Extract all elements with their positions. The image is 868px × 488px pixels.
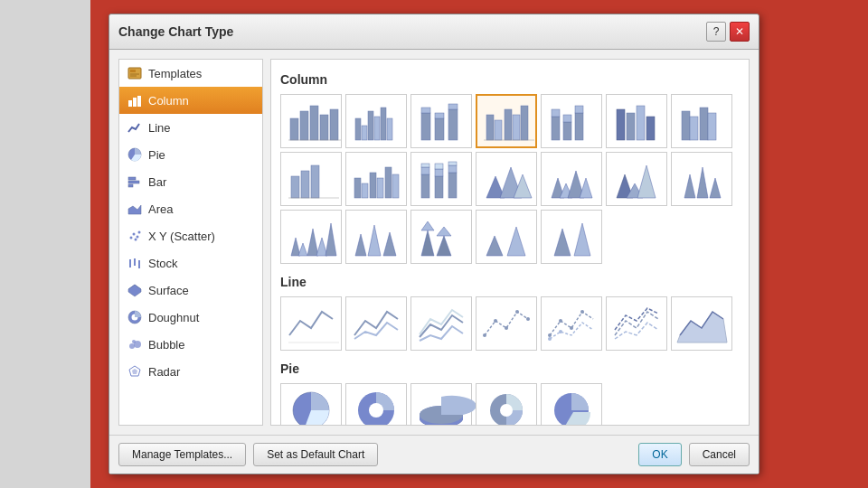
svg-rect-60 [552, 109, 560, 117]
sidebar-item-surface[interactable]: Surface [119, 277, 262, 304]
chart-thumb-line5[interactable] [541, 296, 602, 351]
chart-thumb-pie3[interactable] [410, 383, 472, 426]
chart-thumb-col14[interactable] [671, 152, 732, 206]
xy-icon [127, 228, 143, 244]
chart-thumb-pie4[interactable] [476, 383, 537, 426]
svg-rect-81 [385, 167, 392, 198]
doughnut-icon [127, 309, 143, 325]
line-icon [127, 119, 143, 136]
sidebar-item-xy[interactable]: X Y (Scatter) [119, 222, 262, 249]
svg-marker-27 [128, 285, 141, 296]
chart-thumb-col13[interactable] [606, 152, 667, 206]
svg-marker-106 [298, 243, 307, 256]
stock-icon [127, 255, 143, 271]
chart-thumb-col3[interactable] [410, 94, 472, 148]
chart-thumb-col12[interactable] [541, 152, 602, 206]
pie-chart-grid [280, 383, 740, 426]
svg-rect-53 [486, 115, 494, 140]
chart-thumb-col16[interactable] [345, 210, 407, 264]
chart-thumb-line2[interactable] [345, 296, 407, 351]
sidebar-item-pie[interactable]: Pie [119, 141, 262, 168]
sidebar-label-pie: Pie [148, 148, 165, 162]
svg-marker-102 [684, 174, 695, 198]
svg-point-132 [559, 330, 562, 333]
svg-point-131 [548, 337, 552, 341]
svg-marker-114 [421, 221, 434, 230]
cancel-button[interactable]: Cancel [689, 443, 750, 466]
svg-point-12 [130, 237, 133, 239]
chart-thumb-col19[interactable] [541, 210, 602, 264]
svg-marker-120 [574, 223, 590, 256]
chart-thumb-pie1[interactable] [280, 383, 342, 426]
title-bar: Change Chart Type ? ✕ [109, 14, 759, 50]
dialog-body: Templates Column [109, 50, 759, 435]
chart-thumb-col2[interactable] [345, 94, 407, 148]
chart-thumb-line7[interactable] [671, 296, 732, 351]
svg-rect-64 [575, 106, 583, 113]
svg-point-128 [559, 319, 562, 323]
svg-rect-8 [128, 177, 136, 180]
svg-point-124 [505, 326, 508, 330]
chart-thumb-col9[interactable] [345, 152, 407, 206]
sidebar-item-bar[interactable]: Bar [119, 168, 262, 195]
chart-thumb-col8[interactable] [280, 152, 342, 206]
chart-thumb-col11[interactable] [476, 152, 537, 206]
close-button[interactable]: ✕ [730, 22, 750, 42]
chart-thumb-col5[interactable] [541, 94, 602, 148]
svg-rect-56 [513, 115, 520, 140]
chart-thumb-col4[interactable] [476, 94, 537, 148]
chart-thumb-col18[interactable] [476, 210, 537, 264]
pie-icon [127, 146, 143, 163]
chart-thumb-line1[interactable] [280, 296, 342, 351]
svg-rect-69 [682, 111, 690, 140]
dialog: Change Chart Type ? ✕ Templates [108, 14, 760, 474]
chart-thumb-col10[interactable] [410, 152, 472, 206]
chart-thumb-pie5[interactable] [541, 383, 602, 426]
sidebar-item-column[interactable]: Column [119, 87, 262, 114]
svg-rect-38 [320, 115, 328, 140]
sidebar-item-radar[interactable]: Radar [119, 358, 262, 385]
svg-point-14 [137, 236, 139, 239]
sidebar-label-xy: X Y (Scatter) [148, 230, 215, 243]
svg-rect-85 [421, 164, 429, 167]
chart-thumb-col15[interactable] [280, 210, 342, 264]
svg-marker-119 [554, 229, 571, 256]
chart-thumb-col6[interactable] [606, 94, 667, 148]
sidebar-item-doughnut[interactable]: Doughnut [119, 304, 262, 331]
svg-point-126 [526, 317, 530, 321]
svg-rect-66 [627, 113, 635, 140]
help-button[interactable]: ? [706, 22, 726, 42]
sidebar-label-stock: Stock [148, 257, 178, 270]
svg-rect-50 [435, 113, 444, 118]
svg-rect-91 [448, 162, 457, 165]
chart-thumb-pie2[interactable] [345, 383, 407, 426]
sidebar-item-bubble[interactable]: Bubble [119, 331, 262, 358]
svg-rect-9 [128, 181, 139, 183]
sidebar-label-line: Line [148, 121, 171, 135]
sidebar-item-templates[interactable]: Templates [119, 60, 262, 87]
sidebar-item-line[interactable]: Line [119, 114, 262, 141]
manage-templates-button[interactable]: Manage Templates... [118, 443, 246, 466]
sidebar-label-radar: Radar [148, 365, 180, 379]
sidebar-item-stock[interactable]: Stock [119, 249, 262, 277]
chart-thumb-col1[interactable] [280, 94, 342, 148]
chart-thumb-line4[interactable] [476, 296, 537, 351]
sidebar-item-area[interactable]: Area [119, 195, 262, 222]
chart-thumb-line3[interactable] [410, 296, 472, 351]
ok-button[interactable]: OK [638, 443, 681, 466]
svg-rect-86 [435, 176, 443, 198]
chart-thumb-col7[interactable] [671, 94, 732, 148]
svg-point-140 [500, 404, 513, 417]
chart-thumb-line6[interactable] [606, 296, 667, 351]
svg-rect-67 [637, 106, 645, 140]
svg-marker-34 [132, 369, 137, 374]
svg-marker-108 [316, 238, 327, 256]
chart-thumb-col17[interactable] [410, 210, 472, 264]
svg-rect-6 [137, 96, 141, 107]
set-default-chart-button[interactable]: Set as Default Chart [253, 443, 378, 466]
bar-icon [127, 174, 143, 190]
svg-rect-4 [128, 100, 132, 107]
section-label-line: Line [280, 275, 740, 289]
svg-rect-73 [291, 176, 299, 198]
svg-rect-68 [646, 117, 655, 140]
